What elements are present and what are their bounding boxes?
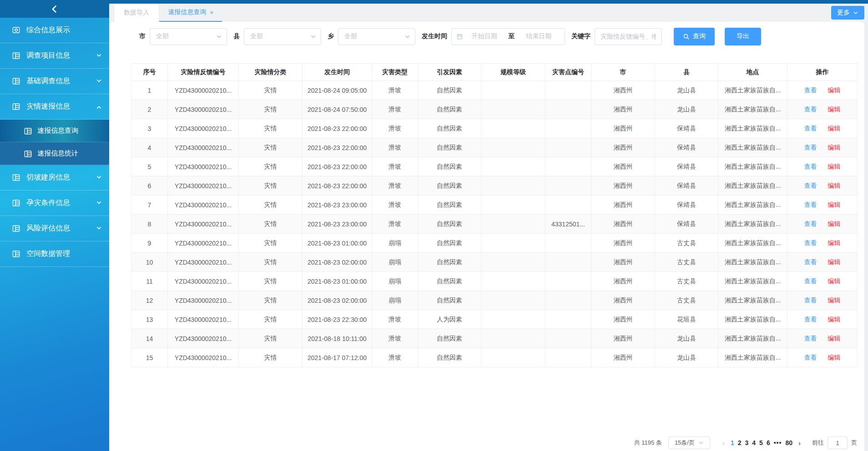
view-link[interactable]: 查看 bbox=[804, 105, 817, 113]
end-date-placeholder[interactable]: 结束日期 bbox=[518, 32, 560, 40]
page-size-select[interactable]: 15条/页 bbox=[668, 436, 710, 449]
goto-page-input[interactable] bbox=[828, 436, 848, 449]
cell-category: 灾情 bbox=[239, 100, 303, 119]
chevron-up-icon bbox=[96, 103, 102, 111]
cell-location: 湘西土家族苗族自... bbox=[718, 329, 787, 348]
page-number[interactable]: 80 bbox=[783, 439, 794, 446]
county-select[interactable]: 全部 bbox=[244, 28, 321, 45]
edit-link[interactable]: 编辑 bbox=[828, 144, 841, 151]
page-number[interactable]: 4 bbox=[750, 439, 757, 446]
view-link[interactable]: 查看 bbox=[804, 220, 817, 227]
page-number[interactable]: 2 bbox=[736, 439, 743, 446]
export-button[interactable]: 导出 bbox=[725, 28, 761, 45]
page-number[interactable]: 3 bbox=[743, 439, 751, 446]
chevron-down-icon bbox=[404, 34, 410, 40]
cell-code: YZD43000020210... bbox=[168, 329, 239, 348]
edit-link[interactable]: 编辑 bbox=[828, 182, 841, 189]
edit-link[interactable]: 编辑 bbox=[828, 335, 841, 342]
cell-seq: 4 bbox=[131, 138, 168, 157]
sidebar-item[interactable]: 空间数据管理 bbox=[0, 241, 109, 267]
more-button[interactable]: 更多 bbox=[831, 6, 864, 20]
cell-scale bbox=[481, 348, 545, 367]
column-header: 市 bbox=[591, 64, 655, 81]
page-number[interactable]: 5 bbox=[757, 439, 765, 446]
cell-location: 湘西土家族苗族自... bbox=[718, 119, 787, 138]
view-link[interactable]: 查看 bbox=[804, 258, 817, 266]
edit-link[interactable]: 编辑 bbox=[828, 86, 841, 94]
view-link[interactable]: 查看 bbox=[804, 163, 817, 170]
view-link[interactable]: 查看 bbox=[804, 335, 817, 342]
edit-link[interactable]: 编辑 bbox=[828, 258, 841, 266]
sidebar-collapse-button[interactable] bbox=[0, 0, 109, 18]
edit-link[interactable]: 编辑 bbox=[828, 239, 841, 246]
view-link[interactable]: 查看 bbox=[804, 354, 817, 361]
cell-code: YZD43000020210... bbox=[168, 100, 239, 119]
view-link[interactable]: 查看 bbox=[804, 239, 817, 246]
cell-code: YZD43000020210... bbox=[168, 234, 239, 253]
table-icon bbox=[12, 77, 21, 86]
sidebar-item[interactable]: 风险评估信息 bbox=[0, 216, 109, 241]
cell-type: 崩塌 bbox=[372, 234, 418, 253]
sidebar-subitem[interactable]: 速报信息查询 bbox=[0, 120, 109, 142]
view-link[interactable]: 查看 bbox=[804, 86, 817, 94]
table-icon bbox=[24, 127, 32, 135]
sidebar-subitem[interactable]: 速报信息统计 bbox=[0, 142, 109, 165]
view-link[interactable]: 查看 bbox=[804, 316, 817, 323]
edit-link[interactable]: 编辑 bbox=[828, 105, 841, 113]
cell-scale bbox=[481, 310, 545, 329]
sidebar-item[interactable]: 孕灾条件信息 bbox=[0, 190, 109, 216]
cell-city: 湘西州 bbox=[591, 253, 655, 272]
view-link[interactable]: 查看 bbox=[804, 296, 817, 304]
edit-link[interactable]: 编辑 bbox=[828, 220, 841, 227]
cell-seq: 9 bbox=[131, 234, 168, 253]
edit-link[interactable]: 编辑 bbox=[828, 354, 841, 361]
cell-time: 2021-08-24 07:50:00 bbox=[303, 100, 372, 119]
edit-link[interactable]: 编辑 bbox=[828, 163, 841, 170]
edit-link[interactable]: 编辑 bbox=[828, 296, 841, 304]
next-page-button[interactable]: › bbox=[794, 439, 805, 447]
sidebar-item[interactable]: 切坡建房信息 bbox=[0, 165, 109, 190]
sidebar-item-label: 空间数据管理 bbox=[26, 249, 70, 259]
town-select[interactable]: 全部 bbox=[338, 28, 415, 45]
sidebar-item[interactable]: 调查项目信息 bbox=[0, 43, 109, 69]
view-link[interactable]: 查看 bbox=[804, 277, 817, 285]
edit-link[interactable]: 编辑 bbox=[828, 201, 841, 208]
prev-page-button[interactable]: ‹ bbox=[718, 439, 729, 447]
edit-link[interactable]: 编辑 bbox=[828, 316, 841, 323]
cell-category: 灾情 bbox=[239, 138, 303, 157]
search-button[interactable]: 查询 bbox=[674, 28, 715, 45]
page-ellipsis[interactable]: ••• bbox=[772, 439, 784, 446]
cell-type: 滑坡 bbox=[372, 348, 418, 367]
start-date-placeholder[interactable]: 开始日期 bbox=[463, 32, 506, 40]
date-range-picker[interactable]: 开始日期 至 结束日期 bbox=[451, 28, 565, 45]
keyword-input[interactable] bbox=[595, 28, 662, 45]
sidebar-item[interactable]: 基础调查信息 bbox=[0, 69, 109, 94]
edit-link[interactable]: 编辑 bbox=[828, 125, 841, 132]
view-link[interactable]: 查看 bbox=[804, 144, 817, 151]
tab-close-icon[interactable]: × bbox=[210, 10, 213, 15]
cell-point_code bbox=[545, 234, 591, 253]
content-card: 市 全部 县 全部 乡 全部 发生时间 开始日期 至 结束日期 关键字 查询 导… bbox=[109, 22, 864, 451]
cell-type: 崩塌 bbox=[372, 272, 418, 291]
page-number[interactable]: 6 bbox=[765, 439, 772, 446]
cell-factor: 自然因素 bbox=[418, 234, 481, 253]
city-select[interactable]: 全部 bbox=[150, 28, 227, 45]
cell-city: 湘西州 bbox=[591, 119, 655, 138]
view-link[interactable]: 查看 bbox=[804, 125, 817, 132]
edit-link[interactable]: 编辑 bbox=[828, 277, 841, 285]
cell-time: 2021-08-23 22:00:00 bbox=[303, 157, 372, 176]
cell-factor: 自然因素 bbox=[418, 348, 481, 367]
cell-category: 灾情 bbox=[239, 234, 303, 253]
sidebar-item[interactable]: 综合信息展示 bbox=[0, 18, 109, 43]
cell-location: 湘西土家族苗族自... bbox=[718, 272, 787, 291]
sidebar-item[interactable]: 灾情速报信息 bbox=[0, 94, 109, 120]
view-link[interactable]: 查看 bbox=[804, 182, 817, 189]
view-link[interactable]: 查看 bbox=[804, 201, 817, 208]
tab-report-query[interactable]: 速报信息查询 × bbox=[159, 4, 222, 22]
table-icon bbox=[12, 51, 21, 60]
page-number[interactable]: 1 bbox=[729, 439, 736, 446]
cell-city: 湘西州 bbox=[591, 234, 655, 253]
export-button-label: 导出 bbox=[737, 32, 749, 40]
search-icon bbox=[683, 33, 690, 40]
tab-data-import[interactable]: 数据导入 bbox=[114, 4, 159, 22]
